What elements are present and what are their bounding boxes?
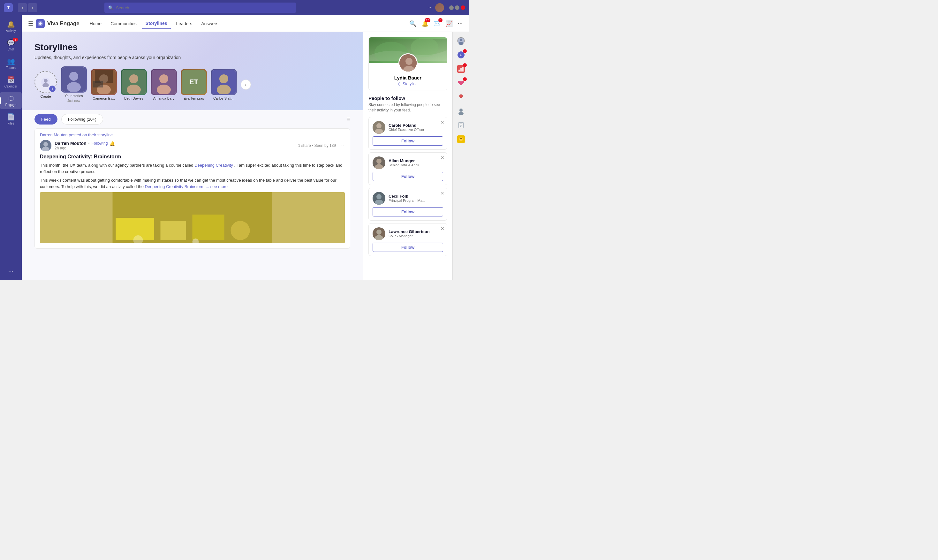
back-button[interactable]: ‹: [18, 3, 27, 12]
title-search-bar[interactable]: 🔍: [105, 3, 296, 13]
sidebar-item-chat[interactable]: 1 💬 Chat: [0, 36, 22, 54]
teams-icon: 👥: [7, 57, 15, 65]
sidebar-item-engage[interactable]: ⬡ Engage: [0, 92, 22, 109]
allan-name: Allan Munger: [389, 158, 443, 163]
sidebar-item-activity[interactable]: 🔔 Activity: [0, 18, 22, 35]
post-author-name-following: Darren Mouton • Following 🔔: [55, 141, 295, 146]
cecil-title: Principal Program Ma...: [389, 198, 443, 202]
beth-label: Beth Davies: [124, 97, 143, 100]
story-amanda[interactable]: Amanda Bary: [151, 69, 177, 100]
svg-point-19: [219, 74, 228, 83]
follow-lawrence-button[interactable]: Follow: [372, 243, 443, 252]
rs-copilot[interactable]: C: [455, 49, 467, 61]
follow-card-allan: ✕ Allan Munger Senior Data & Appli...: [368, 152, 447, 185]
story-your-stories[interactable]: Your stories Just now: [61, 66, 87, 103]
filter-button[interactable]: ≡: [347, 116, 350, 123]
story-eva[interactable]: ET Eva Terrazas: [181, 69, 207, 100]
allan-avatar: [372, 157, 385, 169]
messages-button[interactable]: ✉️ 5: [432, 19, 442, 28]
maximize-button[interactable]: [455, 5, 460, 10]
follow-card-carole: ✕ Carole Poland Chief Executive Officer: [368, 117, 447, 150]
right-app-sidebar: C: [452, 32, 469, 280]
search-button[interactable]: 🔍: [408, 19, 418, 28]
svg-point-60: [460, 94, 463, 98]
rs-chart[interactable]: [455, 63, 467, 75]
svg-point-16: [159, 74, 168, 83]
sidebar-item-teams[interactable]: 👥 Teams: [0, 55, 22, 72]
sidebar-label-activity: Activity: [6, 29, 16, 32]
more-options-button[interactable]: ···: [429, 5, 433, 11]
post-more-button[interactable]: ⋯: [339, 142, 345, 149]
profile-avatar[interactable]: [398, 53, 418, 72]
post-author-name: Darren Mouton: [55, 141, 86, 146]
close-cecil-button[interactable]: ✕: [441, 191, 444, 196]
forward-button[interactable]: ›: [28, 3, 37, 12]
analytics-button[interactable]: 📈: [444, 19, 454, 28]
nav-home[interactable]: Home: [86, 18, 105, 29]
follow-allan-button[interactable]: Follow: [372, 172, 443, 181]
svg-text:Y: Y: [460, 138, 462, 141]
rs-person2[interactable]: [455, 105, 467, 117]
story-beth[interactable]: Beth Davies: [121, 69, 147, 100]
chart-badge: [463, 63, 467, 67]
cecil-header: Cecil Folk Principal Program Ma...: [372, 192, 443, 205]
cameron-label: Cameron Ev...: [92, 97, 115, 100]
stories-next-button[interactable]: ›: [241, 80, 251, 90]
files-icon: 📄: [7, 113, 15, 121]
notifications-button[interactable]: 🔔 12: [420, 19, 430, 28]
tab-following[interactable]: Following (20+): [61, 114, 103, 125]
search-icon: 🔍: [108, 5, 113, 10]
close-carole-button[interactable]: ✕: [441, 120, 444, 125]
lawrence-header: Lawrence Gilbertson CVP - Manager: [372, 227, 443, 240]
post-text-2: This week's content was about getting co…: [40, 177, 345, 190]
nav-leaders[interactable]: Leaders: [172, 18, 196, 29]
right-panel: Lydia Bauer ⬡ Storyline People to follow…: [363, 32, 452, 280]
close-allan-button[interactable]: ✕: [441, 155, 444, 160]
allan-info: Allan Munger Senior Data & Appli...: [389, 158, 443, 167]
post-title: Deepening Creativity: Brainstorm: [40, 154, 345, 160]
notifications-badge: 12: [424, 18, 431, 22]
rs-user-profile[interactable]: [455, 34, 467, 47]
sidebar-more-button[interactable]: ···: [0, 265, 22, 277]
follow-card-lawrence: ✕ Lawrence Gilbertson CVP - Manager: [368, 223, 447, 256]
carlos-label: Carlos Slatt...: [213, 97, 234, 100]
sidebar-item-files[interactable]: 📄 Files: [0, 111, 22, 128]
page-title: Storylines: [34, 42, 350, 52]
svg-rect-55: [458, 69, 460, 72]
eva-initials: ET: [189, 78, 198, 86]
post-link-1[interactable]: Deepening Creativity: [194, 163, 233, 168]
carlos-avatar: [212, 70, 236, 94]
svg-point-47: [377, 229, 381, 235]
minimize-button[interactable]: [449, 5, 454, 10]
follow-cecil-button[interactable]: Follow: [372, 207, 443, 217]
nav-communities[interactable]: Communities: [107, 18, 140, 29]
tab-feed[interactable]: Feed: [34, 114, 57, 125]
story-create[interactable]: + Create: [34, 71, 57, 98]
profile-storyline-link[interactable]: ⬡ Storyline: [369, 82, 447, 90]
svg-rect-27: [192, 215, 225, 240]
title-search-input[interactable]: [116, 5, 292, 10]
post-text-segment-1: This month, the UX team, along with our …: [40, 163, 194, 168]
rs-clipboard[interactable]: [455, 119, 467, 132]
feed-tabs: Feed Following (20+) ≡: [22, 110, 363, 128]
nav-answers[interactable]: Answers: [197, 18, 222, 29]
close-lawrence-button[interactable]: ✕: [441, 226, 444, 231]
beth-ring: [121, 69, 147, 95]
follow-carole-button[interactable]: Follow: [372, 136, 443, 146]
calendar-icon: 📅: [7, 76, 15, 84]
story-cameron[interactable]: Cameron Ev...: [91, 69, 117, 100]
nav-storylines[interactable]: Storylines: [142, 18, 171, 29]
rs-heart[interactable]: [455, 77, 467, 89]
svg-rect-56: [460, 68, 462, 72]
post-see-more[interactable]: ... see more: [206, 184, 228, 189]
more-options-nav[interactable]: ···: [457, 19, 464, 28]
story-carlos[interactable]: Carlos Slatt...: [211, 69, 237, 100]
rs-pin[interactable]: [455, 91, 467, 103]
user-avatar-title[interactable]: [435, 3, 444, 12]
post-link-2[interactable]: Deepening Creativity Brainstorm: [145, 184, 205, 189]
window-controls: [449, 5, 465, 10]
hamburger-button[interactable]: ☰: [27, 19, 34, 28]
sidebar-item-calendar[interactable]: 📅 Calender: [0, 74, 22, 91]
close-button[interactable]: [461, 5, 465, 10]
rs-app-yellow[interactable]: Y: [455, 133, 467, 146]
